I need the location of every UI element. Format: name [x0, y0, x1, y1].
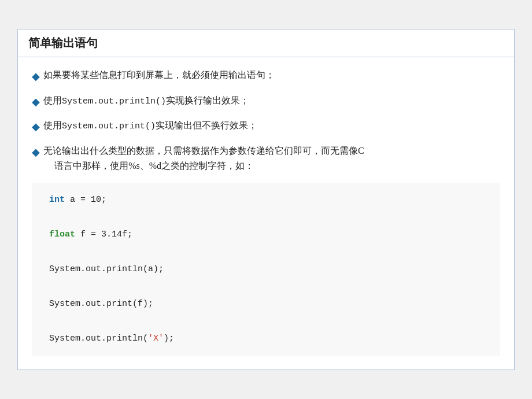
code-line-1: int a = 10;: [49, 191, 489, 209]
kw-int: int: [49, 195, 65, 205]
code-line-blank-2: [49, 243, 489, 261]
bullet-line2-4: 语言中那样，使用%s、%d之类的控制字符，如：: [54, 161, 254, 171]
diamond-icon-4: ◆: [32, 144, 40, 161]
code-print-f: System.out.print(f);: [49, 299, 153, 309]
bullet-text-2: 使用System.out.println()实现换行输出效果；: [43, 93, 500, 109]
code-println-x-after: );: [164, 334, 174, 343]
code-println-x-before: System.out.println(: [49, 334, 148, 343]
code-block: int a = 10; float f = 3.14f; System.out.…: [32, 183, 500, 356]
main-card: 简单输出语句 ◆ 如果要将某些信息打印到屏幕上，就必须使用输出语句； ◆ 使用S…: [17, 29, 515, 371]
diamond-icon-1: ◆: [32, 68, 40, 85]
bullet-line1-4: 无论输出出什么类型的数据，只需将数据作为参数传递给它们即可，而无需像C: [43, 146, 364, 156]
code-line-2: float f = 3.14f;: [49, 226, 489, 243]
diamond-icon-3: ◆: [32, 119, 40, 135]
bullet-multi-content-4: 无论输出出什么类型的数据，只需将数据作为参数传递给它们即可，而无需像C 语言中那…: [43, 143, 500, 173]
bullet-text-1: 如果要将某些信息打印到屏幕上，就必须使用输出语句；: [43, 68, 500, 83]
bullet-item-1: ◆ 如果要将某些信息打印到屏幕上，就必须使用输出语句；: [32, 68, 500, 85]
kw-float: float: [49, 230, 75, 239]
bullet-item-2: ◆ 使用System.out.println()实现换行输出效果；: [32, 93, 500, 110]
diamond-icon-2: ◆: [32, 94, 40, 110]
card-title: 简单输出语句: [28, 35, 504, 51]
code-line-5: System.out.println('X');: [49, 330, 489, 348]
code-int-rest: a = 10;: [65, 195, 106, 205]
code-println-x-str: 'X': [148, 334, 164, 343]
card-body: ◆ 如果要将某些信息打印到屏幕上，就必须使用输出语句； ◆ 使用System.o…: [18, 57, 514, 370]
code-line-blank-1: [49, 209, 489, 226]
bullet-text-3: 使用System.out.print()实现输出但不换行效果；: [43, 118, 500, 134]
code-float-rest: f = 3.14f;: [75, 230, 132, 239]
code-line-4: System.out.print(f);: [49, 295, 489, 313]
code-line-blank-3: [49, 278, 489, 295]
code-line-3: System.out.println(a);: [49, 261, 489, 278]
code-println-a: System.out.println(a);: [49, 264, 164, 274]
card-header: 简单输出语句: [18, 29, 514, 57]
bullet-item-4: ◆ 无论输出出什么类型的数据，只需将数据作为参数传递给它们即可，而无需像C 语言…: [32, 143, 500, 173]
code-line-blank-4: [49, 313, 489, 330]
bullet-item-3: ◆ 使用System.out.print()实现输出但不换行效果；: [32, 118, 500, 135]
